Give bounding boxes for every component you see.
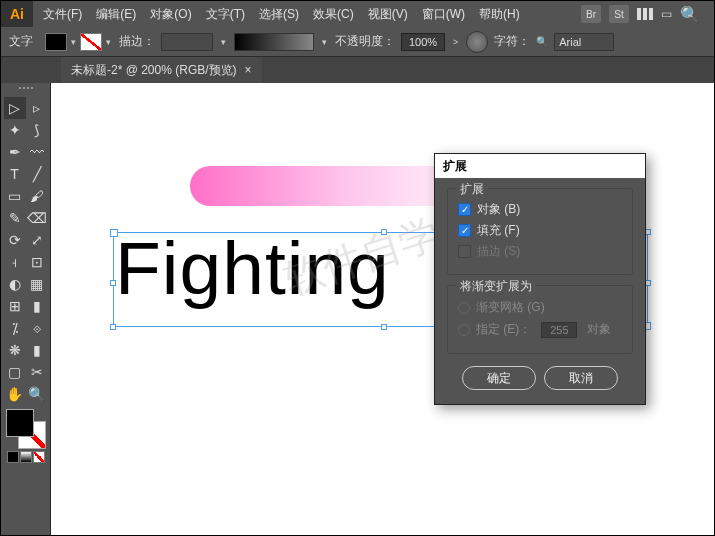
- menu-select[interactable]: 选择(S): [253, 6, 305, 23]
- fill-checkbox-label: 填充 (F): [477, 222, 520, 239]
- search-icon[interactable]: 🔍: [680, 5, 700, 24]
- menu-view[interactable]: 视图(V): [362, 6, 414, 23]
- tab-label: 未标题-2* @ 200% (RGB/预览): [71, 62, 237, 79]
- canvas-text[interactable]: Fighting: [115, 225, 390, 311]
- eyedropper-tool[interactable]: ⁒: [4, 317, 26, 339]
- menu-help[interactable]: 帮助(H): [473, 6, 526, 23]
- workspace-switcher-icon[interactable]: [637, 8, 653, 20]
- perspective-tool[interactable]: ▦: [26, 273, 48, 295]
- expand-fieldset: 扩展 ✓ 对象 (B) ✓ 填充 (F) ✓ 描边 (S): [447, 188, 633, 275]
- line-tool[interactable]: ╱: [26, 163, 48, 185]
- document-tab-bar: 未标题-2* @ 200% (RGB/预览) ×: [1, 57, 714, 83]
- character-label: 字符：: [494, 33, 530, 50]
- panel-grip-icon[interactable]: [6, 87, 46, 93]
- artboard-tool[interactable]: ▢: [4, 361, 26, 383]
- fill-checkbox[interactable]: ✓: [458, 224, 471, 237]
- menu-effect[interactable]: 效果(C): [307, 6, 360, 23]
- control-bar: 文字 ▾ ▾ 描边： ▾ ▾ 不透明度： 100% > 字符： 🔍 Arial: [1, 27, 714, 57]
- object-checkbox[interactable]: ✓: [458, 203, 471, 216]
- stroke-label: 描边：: [119, 33, 155, 50]
- fill-swatch[interactable]: [45, 33, 67, 51]
- none-mode-icon[interactable]: [33, 451, 45, 463]
- menu-window[interactable]: 窗口(W): [416, 6, 471, 23]
- opacity-input[interactable]: 100%: [401, 33, 445, 51]
- rectangle-tool[interactable]: ▭: [4, 185, 26, 207]
- zoom-tool[interactable]: 🔍: [26, 383, 48, 405]
- graph-tool[interactable]: ▮: [26, 339, 48, 361]
- lasso-tool[interactable]: ⟆: [26, 119, 48, 141]
- opacity-label: 不透明度：: [335, 33, 395, 50]
- rotate-tool[interactable]: ⟳: [4, 229, 26, 251]
- bridge-icon[interactable]: Br: [581, 5, 601, 23]
- stock-icon[interactable]: St: [609, 5, 629, 23]
- chevron-down-icon[interactable]: ▾: [219, 37, 228, 47]
- paintbrush-tool[interactable]: 🖌: [26, 185, 48, 207]
- chevron-down-icon[interactable]: ▾: [69, 37, 78, 47]
- dialog-title[interactable]: 扩展: [435, 154, 645, 178]
- fill-color-box[interactable]: [6, 409, 34, 437]
- menu-bar: Ai 文件(F) 编辑(E) 对象(O) 文字(T) 选择(S) 效果(C) 视…: [1, 1, 714, 27]
- ok-button[interactable]: 确定: [462, 366, 536, 390]
- selection-tool[interactable]: ▷: [4, 97, 26, 119]
- free-transform-tool[interactable]: ⊡: [26, 251, 48, 273]
- expand-dialog: 扩展 扩展 ✓ 对象 (B) ✓ 填充 (F) ✓: [434, 153, 646, 405]
- stroke-swatch[interactable]: [80, 33, 102, 51]
- specify-radio-label: 指定 (E)：: [476, 321, 531, 338]
- symbol-sprayer-tool[interactable]: ❋: [4, 339, 26, 361]
- hand-tool[interactable]: ✋: [4, 383, 26, 405]
- menu-edit[interactable]: 编辑(E): [90, 6, 142, 23]
- document-tab[interactable]: 未标题-2* @ 200% (RGB/预览) ×: [61, 57, 262, 83]
- type-tool[interactable]: T: [4, 163, 26, 185]
- stroke-checkbox: ✓: [458, 245, 471, 258]
- menu-type[interactable]: 文字(T): [200, 6, 251, 23]
- blend-tool[interactable]: ⟐: [26, 317, 48, 339]
- fieldset-legend-2: 将渐变扩展为: [456, 278, 536, 295]
- search-small-icon[interactable]: 🔍: [536, 36, 548, 47]
- mesh-radio-label: 渐变网格 (G): [476, 299, 545, 316]
- stroke-width-input[interactable]: [161, 33, 213, 51]
- shaper-tool[interactable]: ✎: [4, 207, 26, 229]
- close-icon[interactable]: ×: [245, 63, 252, 77]
- eraser-tool[interactable]: ⌫: [26, 207, 48, 229]
- pen-tool[interactable]: ✒: [4, 141, 26, 163]
- slice-tool[interactable]: ✂: [26, 361, 48, 383]
- color-mode-icon[interactable]: [7, 451, 19, 463]
- specify-unit-label: 对象: [587, 321, 611, 338]
- chevron-down-icon[interactable]: >: [451, 37, 460, 47]
- app-icon: Ai: [1, 1, 33, 27]
- brush-definition-dropdown[interactable]: [234, 33, 314, 51]
- recolor-icon[interactable]: [466, 31, 488, 53]
- direct-selection-tool[interactable]: ▹: [26, 97, 48, 119]
- specify-input: 255: [541, 322, 577, 338]
- menu-object[interactable]: 对象(O): [144, 6, 197, 23]
- magic-wand-tool[interactable]: ✦: [4, 119, 26, 141]
- toolbox: ▷▹ ✦⟆ ✒〰 T╱ ▭🖌 ✎⌫ ⟳⤢ ⫞⊡ ◐▦ ⊞▮ ⁒⟐ ❋▮ ▢✂ ✋…: [1, 83, 51, 535]
- shape-builder-tool[interactable]: ◐: [4, 273, 26, 295]
- menu-file[interactable]: 文件(F): [37, 6, 88, 23]
- arrange-documents-icon[interactable]: ▭: [661, 7, 672, 21]
- fieldset-legend: 扩展: [456, 181, 488, 198]
- scale-tool[interactable]: ⤢: [26, 229, 48, 251]
- object-checkbox-label: 对象 (B): [477, 201, 520, 218]
- canvas[interactable]: Fighting 软件自学网 扩展 扩展 ✓ 对象 (B) ✓ 填充 (F): [51, 83, 714, 535]
- specify-radio: [458, 324, 470, 336]
- width-tool[interactable]: ⫞: [4, 251, 26, 273]
- cancel-button[interactable]: 取消: [544, 366, 618, 390]
- gradient-mode-icon[interactable]: [20, 451, 32, 463]
- curvature-tool[interactable]: 〰: [26, 141, 48, 163]
- gradient-expand-fieldset: 将渐变扩展为 渐变网格 (G) 指定 (E)： 255 对象: [447, 285, 633, 354]
- chevron-down-icon[interactable]: ▾: [320, 37, 329, 47]
- mesh-radio: [458, 302, 470, 314]
- chevron-down-icon[interactable]: ▾: [104, 37, 113, 47]
- stroke-checkbox-label: 描边 (S): [477, 243, 520, 260]
- fill-stroke-widget[interactable]: [6, 409, 46, 449]
- tool-context-label: 文字: [9, 33, 39, 50]
- font-family-dropdown[interactable]: Arial: [554, 33, 614, 51]
- mesh-tool[interactable]: ⊞: [4, 295, 26, 317]
- gradient-tool[interactable]: ▮: [26, 295, 48, 317]
